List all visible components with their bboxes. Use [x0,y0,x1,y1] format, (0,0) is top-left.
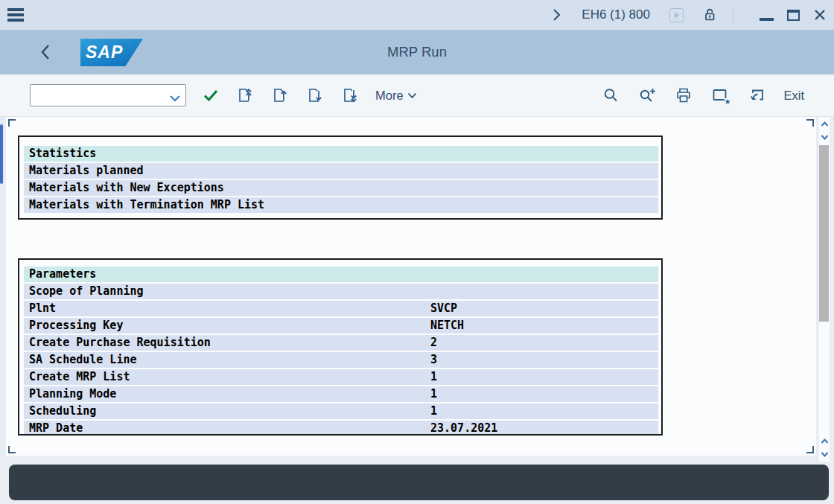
list-row[interactable]: MRP Date 23.07.2021 [24,421,658,436]
vertical-scrollbar-thumb[interactable] [819,145,829,322]
menu-icon[interactable] [7,7,25,23]
row-value: 1 [430,403,437,419]
row-label: Materials with Termination MRP List [29,198,264,211]
list-row[interactable]: SA Schedule Line 3 [24,352,658,368]
last-page-button[interactable] [340,84,360,106]
play-button-icon[interactable] [669,8,684,22]
minimize-icon [760,18,774,21]
row-value: 23.07.2021 [430,421,497,436]
row-label: Planning Mode [29,387,116,401]
row-label: MRP Date [29,421,83,435]
first-page-icon [236,86,254,104]
list-row[interactable]: Processing Key NETCH [24,318,658,334]
back-button[interactable] [40,44,51,63]
first-page-button[interactable] [235,84,255,106]
parameters-header-row[interactable]: Parameters [24,267,658,282]
close-icon [813,8,827,22]
print-button[interactable] [674,84,693,106]
minimize-button[interactable] [757,4,775,25]
statistics-panel: Statistics Materials planned Materials w… [18,135,663,220]
statistics-rows: Materials planned Materials with New Exc… [19,163,661,213]
list-row[interactable]: Scheduling 1 [24,403,658,419]
screen-corner-mark [806,446,814,453]
vertical-scrollbar[interactable] [819,117,830,462]
printer-icon [675,86,693,104]
search-next-button[interactable] [637,84,657,106]
search-plus-icon [638,87,657,104]
command-input[interactable] [30,84,186,106]
parameters-rows: Scope of Planning Plnt SVCP Processing K… [19,284,661,436]
row-label: SA Schedule Line [29,353,137,366]
previous-page-button[interactable] [270,84,290,106]
star-icon: ★ [725,98,731,106]
row-label: Processing Key [29,319,123,332]
statistics-header-label: Statistics [29,147,96,160]
list-row[interactable]: Plnt SVCP [24,301,658,316]
check-icon [203,88,219,103]
search-button[interactable] [601,84,620,106]
left-scrollbar-thumb[interactable] [0,124,3,184]
close-button[interactable] [811,4,829,25]
next-page-button[interactable] [305,84,325,106]
status-bar [9,465,829,500]
exit-button[interactable]: Exit [783,89,804,103]
divider [733,7,733,23]
more-label: More [375,89,404,103]
chevron-down-icon [407,92,417,99]
screen-corner-mark [8,119,16,127]
chevron-up-icon [821,121,829,127]
screen-corner-mark [806,119,814,127]
maximize-button[interactable] [784,4,802,25]
enter-check-button[interactable] [201,84,220,106]
application-toolbar: More [0,74,834,117]
parameters-panel: Parameters Scope of Planning Plnt SVCP [18,258,663,436]
list-row[interactable]: Materials with New Exceptions [24,180,658,196]
maximize-icon [787,10,800,21]
chevron-down-icon [821,451,829,457]
row-label: Create MRP List [29,370,130,383]
scroll-up-button[interactable] [819,118,830,130]
new-session-button[interactable] [747,84,766,106]
row-label: Plnt [29,302,56,315]
chevron-down-icon [821,134,829,140]
chevron-right-icon[interactable] [552,8,561,22]
more-menu-button[interactable]: More [375,89,417,103]
sap-logo-text: SAP [80,44,123,61]
row-value: SVCP [430,301,457,316]
dynpro-screen: Statistics Materials planned Materials w… [6,117,816,456]
screen-corner-mark [8,446,16,453]
unlock-icon[interactable] [701,7,718,23]
favorites-button[interactable]: ★ [710,84,730,106]
system-bar: EH6 (1) 800 [0,0,834,30]
left-scrollbar[interactable] [0,117,4,456]
search-icon [602,87,620,104]
list-row[interactable]: Create MRP List 1 [24,369,658,385]
previous-page-icon [271,86,289,104]
command-combobox[interactable] [30,84,186,106]
row-value: 2 [430,335,437,351]
row-value: NETCH [430,318,464,334]
next-page-icon [306,86,324,104]
statistics-header-row[interactable]: Statistics [24,146,658,162]
list-row[interactable]: Planning Mode 1 [24,386,658,402]
scroll-down-button[interactable] [819,131,830,143]
row-value: 3 [430,352,437,368]
list-row[interactable]: Create Purchase Requisition 2 [24,335,658,351]
row-value: 1 [430,386,437,402]
list-row[interactable]: Scope of Planning [24,284,658,299]
row-label: Materials with New Exceptions [29,181,224,194]
sap-gui-window: EH6 (1) 800 [0,0,834,504]
system-id-label: EH6 (1) 800 [582,7,650,22]
new-session-icon [748,87,765,104]
title-bar: MRP Run SAP [0,30,834,74]
chevron-up-icon [821,438,829,444]
last-page-icon [341,86,359,104]
list-row[interactable]: Materials with Termination MRP List [24,197,658,213]
row-label: Scheduling [29,404,96,418]
back-chevron-icon [40,44,51,60]
row-label: Materials planned [29,164,144,177]
row-label: Create Purchase Requisition [29,336,211,349]
scroll-up-button-bottom[interactable] [819,436,830,447]
list-row[interactable]: Materials planned [24,163,658,179]
scroll-down-button-bottom[interactable] [819,448,830,460]
